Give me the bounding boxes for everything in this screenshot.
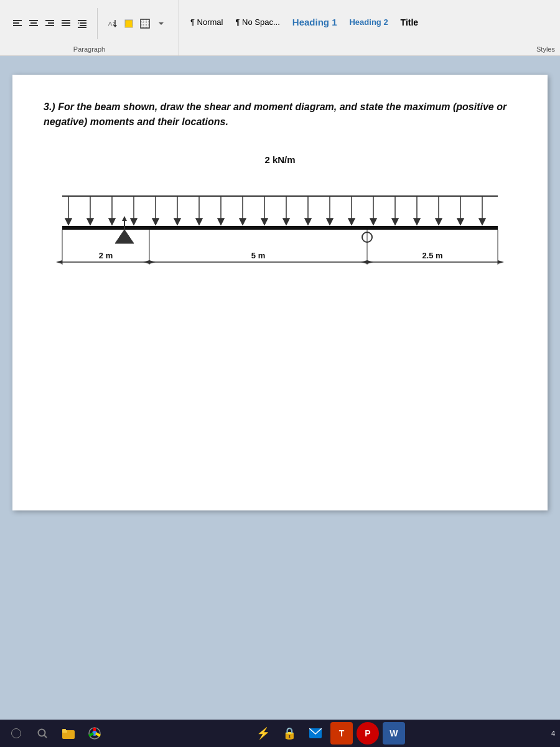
svg-point-94 [39, 730, 45, 736]
svg-marker-41 [131, 218, 137, 225]
dim-middle: 5 m [143, 230, 373, 265]
svg-line-102 [89, 733, 93, 736]
ribbon-sep-1 [97, 8, 98, 39]
taskbar-word[interactable]: W [383, 722, 405, 745]
svg-marker-91 [498, 260, 504, 264]
dim-left: 2 m [56, 230, 156, 265]
paragraph-icons: A Z [7, 2, 171, 44]
svg-marker-65 [392, 218, 398, 225]
p-app-icon: P [365, 728, 370, 738]
svg-marker-51 [240, 218, 246, 225]
svg-rect-2 [13, 25, 22, 26]
svg-rect-16 [78, 20, 86, 21]
svg-rect-18 [80, 25, 86, 26]
taskbar: ⚡ 🔒 T P W 4 [0, 720, 560, 747]
lightning-icon: ⚡ [256, 726, 270, 740]
word-icon: W [390, 728, 398, 738]
page-content: 3.) For the beam shown, draw the shear a… [12, 75, 548, 510]
justify-icon[interactable] [58, 16, 73, 31]
svg-marker-53 [261, 218, 268, 225]
svg-marker-71 [457, 218, 464, 225]
svg-marker-47 [196, 218, 202, 225]
load-label: 2 kN/m [44, 154, 516, 165]
style-heading1[interactable]: Heading 1 [286, 14, 343, 30]
border-dropdown-icon[interactable] [154, 16, 169, 31]
taskbar-app-game[interactable]: T [330, 722, 353, 745]
svg-line-95 [44, 735, 47, 738]
taskbar-app-mail[interactable] [304, 722, 327, 745]
taskbar-file-explorer[interactable] [57, 722, 80, 745]
svg-rect-10 [45, 25, 54, 26]
taskbar-center-icons: ⚡ 🔒 T P W [110, 722, 548, 745]
taskbar-app-1[interactable]: ⚡ [252, 722, 274, 745]
taskbar-app-p[interactable]: P [357, 722, 379, 745]
folder-icon [62, 728, 75, 739]
svg-rect-27 [141, 19, 149, 28]
chrome-icon [88, 727, 101, 740]
svg-marker-85 [143, 260, 149, 264]
svg-rect-8 [45, 20, 54, 21]
taskbar-right-area: 4 [551, 730, 555, 737]
taskbar-app-2[interactable]: 🔒 [278, 722, 301, 745]
svg-rect-17 [80, 22, 86, 24]
svg-marker-35 [65, 218, 72, 225]
svg-marker-43 [152, 218, 159, 225]
svg-marker-45 [174, 218, 180, 225]
svg-marker-55 [283, 218, 289, 225]
svg-text:5 m: 5 m [251, 251, 265, 260]
align-right-icon[interactable] [42, 16, 57, 31]
svg-text:A: A [108, 21, 112, 27]
svg-marker-90 [361, 260, 367, 264]
ribbon: A Z [0, 0, 560, 56]
paragraph-label: Paragraph [73, 45, 105, 53]
svg-rect-0 [13, 20, 22, 21]
style-nospace[interactable]: ¶ No Spac... [230, 15, 286, 29]
problem-statement: 3.) For the beam shown, draw the shear a… [44, 100, 516, 129]
sort-icons-group: A Z [103, 14, 171, 34]
svg-marker-57 [305, 218, 311, 225]
align-left-icon[interactable] [10, 16, 25, 31]
border-icon[interactable] [138, 16, 152, 31]
dim-right: 2.5 m [361, 230, 504, 265]
style-normal[interactable]: ¶ Normal [184, 15, 230, 29]
svg-marker-24 [113, 25, 117, 27]
mail-icon [309, 728, 322, 738]
styles-section: ¶ Normal ¶ No Spac... Heading 1 Heading … [179, 0, 560, 55]
style-title[interactable]: Title [394, 15, 425, 30]
list-indent-icon[interactable] [75, 16, 90, 31]
lock-icon: 🔒 [282, 726, 296, 740]
beam-diagram-svg: 2 m 5 m 2.5 m [44, 170, 516, 282]
svg-marker-63 [370, 218, 376, 225]
svg-rect-1 [13, 22, 19, 24]
align-center-icon[interactable] [26, 16, 41, 31]
svg-marker-37 [87, 218, 93, 225]
windows-search-circle [11, 728, 21, 738]
svg-marker-32 [159, 22, 164, 25]
svg-rect-19 [78, 27, 86, 28]
svg-marker-39 [109, 218, 115, 225]
styles-items: ¶ Normal ¶ No Spac... Heading 1 Heading … [179, 0, 560, 44]
svg-marker-76 [122, 216, 127, 221]
taskbar-search-button[interactable] [31, 722, 54, 745]
svg-rect-98 [62, 729, 66, 731]
style-heading2[interactable]: Heading 2 [343, 15, 394, 29]
svg-marker-59 [327, 218, 333, 225]
beam-body [62, 226, 498, 230]
svg-rect-5 [30, 22, 37, 24]
styles-label: Styles [179, 44, 560, 55]
taskbar-chrome[interactable] [83, 722, 106, 745]
taskbar-start-button[interactable] [5, 722, 27, 745]
svg-rect-9 [48, 22, 54, 24]
sort-icon[interactable]: A Z [105, 16, 120, 31]
svg-rect-13 [62, 22, 70, 24]
search-icon [37, 728, 48, 739]
beam-diagram: 2 kN/m [44, 154, 516, 282]
game-icon: T [339, 728, 345, 738]
svg-marker-79 [56, 260, 62, 264]
svg-marker-49 [218, 218, 224, 225]
shading-icon[interactable] [121, 16, 136, 31]
svg-rect-26 [125, 26, 133, 27]
svg-rect-14 [62, 25, 70, 26]
svg-rect-12 [62, 20, 70, 21]
distributed-load-arrows [62, 196, 498, 225]
